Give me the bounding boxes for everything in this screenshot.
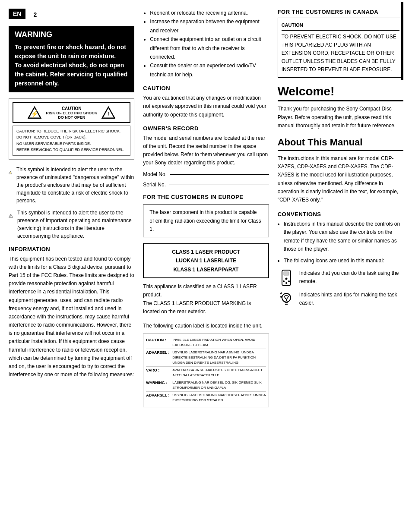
voltage-triangle-icon: ⚡: [9, 166, 12, 179]
cl-key: CAUTION :: [146, 337, 170, 348]
class-note-2: The CLASS 1 LASER PRODUCT MARKING is loc…: [143, 299, 269, 316]
caution-label-small: CAUTION : INVISIBLE LASER RADIATION WHEN…: [143, 334, 269, 407]
caution-line: REFER SERVICING TO QUALIFIED SERVICE PER…: [16, 147, 127, 153]
model-record: Model No. Serial No.: [143, 171, 269, 188]
right-column: For the customers in Canada CAUTION TO P…: [278, 9, 403, 413]
caution-label-intro: The following caution label is located i…: [143, 322, 269, 330]
warning-text: To prevent fire or shock hazard, do not …: [15, 43, 128, 61]
caution-text-block: CAUTION: TO REDUCE THE RISK OF ELECTRIC …: [13, 126, 130, 156]
conventions-item-1: Instructions in this manual describe the…: [284, 220, 403, 253]
canada-caution-body: TO PREVENT ELECTRIC SHOCK, DO NOT USE TH…: [282, 33, 399, 74]
serial-line: [169, 185, 269, 185]
cl-val: USYNLIG LASERSTRALING NAR ABNING. UNDGA …: [172, 350, 266, 365]
conventions-item-2: The following icons are used in this man…: [284, 257, 403, 265]
owners-record-title: Owner's Record: [143, 125, 269, 132]
owners-record-body: The model and serial numbers are located…: [143, 134, 269, 167]
svg-point-11: [283, 280, 285, 282]
remote-icon-desc: Indicates that you can do the task using…: [299, 269, 403, 286]
measure-item: Reorient or relocate the receiving anten…: [150, 9, 269, 17]
svg-text:⚡: ⚡: [10, 171, 12, 173]
svg-text:⚡: ⚡: [31, 110, 38, 118]
symbol-section: ⚡ This symbol is intended to alert the u…: [9, 166, 134, 240]
serial-row: Serial No.: [143, 182, 269, 188]
svg-point-10: [285, 278, 287, 280]
measures-list: Reorient or relocate the receiving anten…: [143, 9, 269, 79]
cl-key: ADVARSEL :: [146, 350, 170, 365]
class-line-3: KLASS 1 LASERAPPARAT: [149, 265, 263, 274]
svg-text:!: !: [10, 215, 11, 217]
caution-line: DO NOT REMOVE COVER (OR BACK).: [16, 134, 127, 140]
caution-label-section: The following caution label is located i…: [143, 322, 269, 407]
symbol-text-1: This symbol is intended to alert the use…: [16, 166, 134, 205]
tips-icon-row: Indicates hints and tips for making the …: [278, 291, 403, 308]
caution-diagram: ⚡ CAUTION RISK OF ELECTRIC SHOCKDO NOT O…: [9, 98, 134, 160]
warning-triangle-icon: ⚡: [28, 106, 41, 120]
svg-point-13: [285, 282, 287, 284]
svg-point-12: [288, 280, 290, 282]
measure-item: Increase the separation between the equi…: [150, 17, 269, 35]
cl-row-2: VARO : AVATTAESSA JA SUOJALUKITUS OHITET…: [146, 367, 266, 379]
cl-row-0: CAUTION : INVISIBLE LASER RADIATION WHEN…: [146, 337, 266, 349]
information-title: INFORMATION: [9, 246, 134, 252]
caution-line: NO USER SERVICEABLE PARTS INSIDE.: [16, 141, 127, 147]
caution-line: CAUTION: TO REDUCE THE RISK OF ELECTRIC …: [16, 128, 127, 134]
cl-row-3: WARNING : LASERSTRALING NAR DEKSEL OG. S…: [146, 379, 266, 392]
page-number: 2: [33, 11, 37, 18]
cl-val: AVATTAESSA JA SUOJALUKITUS OHITETTAESSA …: [172, 368, 266, 378]
serial-label: Serial No.: [143, 182, 166, 188]
mid-caution-body: You are cautioned that any changes or mo…: [143, 94, 269, 119]
class-line-2: LUOKAN 1 LASERLAITE: [149, 256, 263, 265]
svg-point-18: [280, 296, 282, 298]
remote-icon: [278, 269, 295, 286]
information-body: This equipment has been tested and found…: [9, 255, 134, 379]
class-line-1: CLASS 1 LASER PRODUCT: [149, 248, 263, 256]
language-badge: EN: [9, 9, 25, 19]
canada-section: For the customers in Canada CAUTION TO P…: [278, 9, 403, 78]
class-label-box: CLASS 1 LASER PRODUCT LUOKAN 1 LASERLAIT…: [143, 243, 269, 278]
welcome-body: Thank you for purchasing the Sony Compac…: [278, 105, 403, 130]
laser-box: The laser component in this product is c…: [143, 205, 269, 237]
language-badge-block: EN 2: [9, 9, 134, 21]
caution-inner: ⚡ CAUTION RISK OF ELECTRIC SHOCKDO NOT O…: [13, 102, 130, 123]
cl-key: ADVARSEL :: [146, 393, 170, 403]
about-body: The instructions in this manual are for …: [278, 154, 403, 204]
conventions-list: Instructions in this manual describe the…: [278, 220, 403, 265]
europe-section: For the customers in Europe The laser co…: [143, 194, 269, 237]
warning-title: WARNING: [15, 30, 128, 39]
information-section: INFORMATION This equipment has been test…: [9, 246, 134, 379]
measures-section: Reorient or relocate the receiving anten…: [143, 9, 269, 79]
warning-box: WARNING To prevent fire or shock hazard,…: [9, 26, 134, 92]
welcome-title: Welcome!: [278, 85, 403, 101]
caution-sub-label: RISK OF ELECTRIC SHOCKDO NOT OPEN: [46, 111, 97, 120]
caution-label: CAUTION RISK OF ELECTRIC SHOCKDO NOT OPE…: [46, 106, 97, 120]
owners-record-section: Owner's Record The model and serial numb…: [143, 125, 269, 188]
canada-title: For the customers in Canada: [278, 9, 403, 15]
conventions-section: Conventions Instructions in this manual …: [278, 211, 403, 308]
model-label: Model No.: [143, 171, 167, 177]
svg-text:!: !: [108, 111, 109, 117]
warning-triangle-icon-2: !: [101, 106, 115, 120]
svg-rect-9: [284, 272, 289, 275]
model-row: Model No.: [143, 171, 269, 177]
welcome-section: Welcome! Thank you for purchasing the So…: [278, 85, 403, 130]
left-column: EN 2 WARNING To prevent fire or shock ha…: [9, 9, 134, 413]
about-section: About This Manual The instructions in th…: [278, 137, 403, 204]
europe-title: For the customers in Europe: [143, 194, 269, 200]
cl-row-1: ADVARSEL : USYNLIG LASERSTRALING NAR ABN…: [146, 349, 266, 367]
class-note-1: This appliance is classified as a CLASS …: [143, 283, 269, 299]
laser-text: The laser component in this product is c…: [149, 208, 262, 233]
canada-caution-box: CAUTION TO PREVENT ELECTRIC SHOCK, DO NO…: [278, 18, 403, 78]
symbol-text-2: This symbol is intended to alert the use…: [17, 209, 134, 240]
tips-icon-desc: Indicates hints and tips for making the …: [299, 291, 403, 307]
tips-icon: [278, 291, 295, 308]
about-title: About This Manual: [278, 137, 403, 151]
middle-column: Reorient or relocate the receiving anten…: [143, 9, 269, 413]
warning-text-2: To avoid electrical shock, do not open t…: [15, 61, 128, 88]
cl-val: LASERSTRALING NAR DEKSEL OG. SIK OPENED …: [172, 380, 266, 390]
remote-icon-row: Indicates that you can do the task using…: [278, 269, 403, 286]
canada-caution-header: CAUTION: [282, 22, 399, 31]
model-line: [170, 174, 269, 175]
conventions-title: Conventions: [278, 211, 403, 217]
measure-item: Consult the dealer or an experienced rad…: [150, 61, 269, 79]
cl-key: VARO :: [146, 368, 170, 378]
